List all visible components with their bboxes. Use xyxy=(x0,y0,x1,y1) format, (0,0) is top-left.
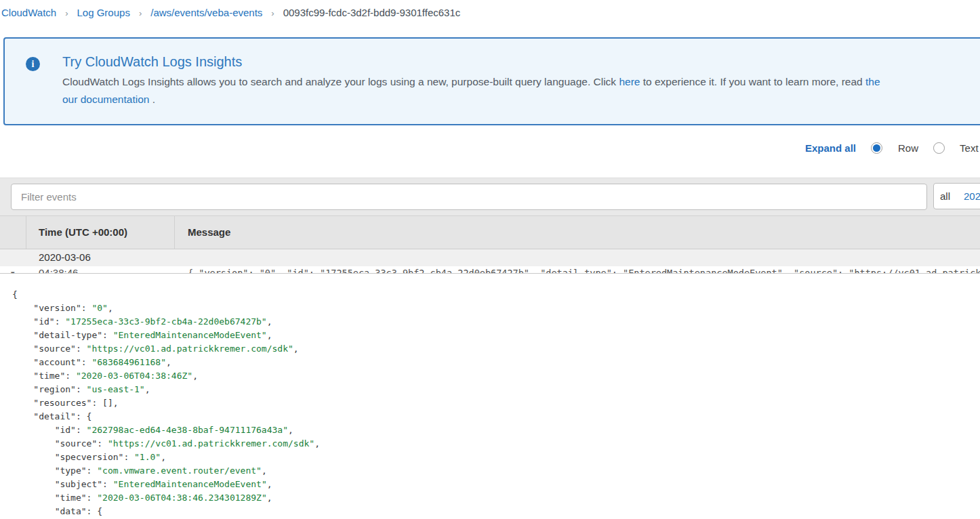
row-mode-label[interactable]: Row xyxy=(898,142,918,154)
json-line: "time": "2020-03-06T04:38:46Z", xyxy=(12,369,980,383)
json-line: "time": "2020-03-06T04:38:46.234301289Z"… xyxy=(12,491,980,505)
date-separator-row: 2020-03-06 xyxy=(0,249,980,266)
collapse-row-icon[interactable]: ▾ xyxy=(11,266,15,273)
display-controls: Expand all Row Text xyxy=(805,138,979,157)
json-line: "account": "683684961168", xyxy=(12,356,980,369)
row-mode-radio[interactable] xyxy=(871,142,882,154)
breadcrumb: CloudWatch›Log Groups›/aws/events/veba-e… xyxy=(1,7,460,18)
event-row-clipped[interactable]: ▾ 04:38:46 { "version": "0", "id": "1725… xyxy=(0,266,980,273)
breadcrumb-separator-icon: › xyxy=(139,8,142,18)
json-line: "source": "https://vc01.ad.patrickkremer… xyxy=(12,342,980,356)
filter-events-input[interactable] xyxy=(11,184,927,210)
json-line: "region": "us-east-1", xyxy=(12,383,980,396)
text-mode-label[interactable]: Text xyxy=(960,142,979,154)
range-date-link[interactable]: 202 xyxy=(964,190,980,202)
breadcrumb-current: 0093fc99-fcdc-3d2f-bdd9-9301ffec631c xyxy=(283,7,461,18)
json-line: "detail-type": "EnteredMaintenanceModeEv… xyxy=(12,329,980,342)
time-range-box: all 202 xyxy=(933,183,980,209)
json-line: "type": "com.vmware.event.router/event", xyxy=(12,464,980,478)
event-message-preview: { "version": "0", "id": "17255eca-33c3-9… xyxy=(188,266,980,273)
here-link[interactable]: here xyxy=(619,76,640,87)
column-divider xyxy=(26,216,26,249)
breadcrumb-link[interactable]: CloudWatch xyxy=(1,7,56,18)
json-line: "source": "https://vc01.ad.patrickkremer… xyxy=(12,437,980,451)
json-line: "resources": [], xyxy=(12,396,980,410)
text-mode-radio[interactable] xyxy=(933,142,945,154)
json-line: "detail": { xyxy=(12,410,980,423)
breadcrumb-link[interactable]: Log Groups xyxy=(77,7,130,18)
breadcrumb-link[interactable]: /aws/events/veba-events xyxy=(150,7,262,18)
json-line: "specversion": "1.0", xyxy=(12,451,980,464)
json-line: "version": "0", xyxy=(12,302,980,315)
radio-selected-dot xyxy=(873,144,880,152)
cloudwatch-log-events-page: CloudWatch›Log Groups›/aws/events/veba-e… xyxy=(0,0,980,519)
banner-description-line2: our documentation . xyxy=(62,94,155,106)
events-table-header: Time (UTC +00:00) Message xyxy=(0,215,980,249)
event-row-content: ▾ 04:38:46 { "version": "0", "id": "1725… xyxy=(0,266,980,273)
json-line: "id": "17255eca-33c3-9bf2-cb4a-22d0eb674… xyxy=(12,315,980,329)
documentation-link[interactable]: our documentation xyxy=(62,94,149,105)
info-icon: i xyxy=(26,57,40,71)
banner-title: Try CloudWatch Logs Insights xyxy=(62,54,242,70)
json-line: "data": { xyxy=(12,505,980,518)
column-divider xyxy=(174,216,175,249)
logs-insights-banner: i Try CloudWatch Logs Insights CloudWatc… xyxy=(3,37,980,125)
json-line: { xyxy=(12,288,980,302)
event-time: 04:38:46 xyxy=(39,266,78,273)
banner-text: CloudWatch Logs Insights allows you to s… xyxy=(62,76,619,87)
banner-text: to experience it. If you want to learn m… xyxy=(640,76,865,87)
range-all-link[interactable]: all xyxy=(940,190,950,202)
announcement-link[interactable]: the xyxy=(865,76,880,87)
breadcrumb-separator-icon: › xyxy=(65,8,68,18)
date-separator-label: 2020-03-06 xyxy=(39,251,91,263)
time-column-header: Time (UTC +00:00) xyxy=(39,216,127,249)
json-line: "subject": "EnteredMaintenanceModeEvent"… xyxy=(12,478,980,491)
message-column-header: Message xyxy=(188,216,230,249)
breadcrumb-separator-icon: › xyxy=(271,8,274,18)
filter-bar xyxy=(0,178,980,215)
json-line: "id": "262798ac-ed64-4e38-8baf-94711176a… xyxy=(12,423,980,437)
expand-all-link[interactable]: Expand all xyxy=(805,142,856,154)
banner-description: CloudWatch Logs Insights allows you to s… xyxy=(62,76,880,88)
log-event-json: { "version": "0", "id": "17255eca-33c3-9… xyxy=(0,274,980,519)
banner-text: . xyxy=(149,94,155,105)
